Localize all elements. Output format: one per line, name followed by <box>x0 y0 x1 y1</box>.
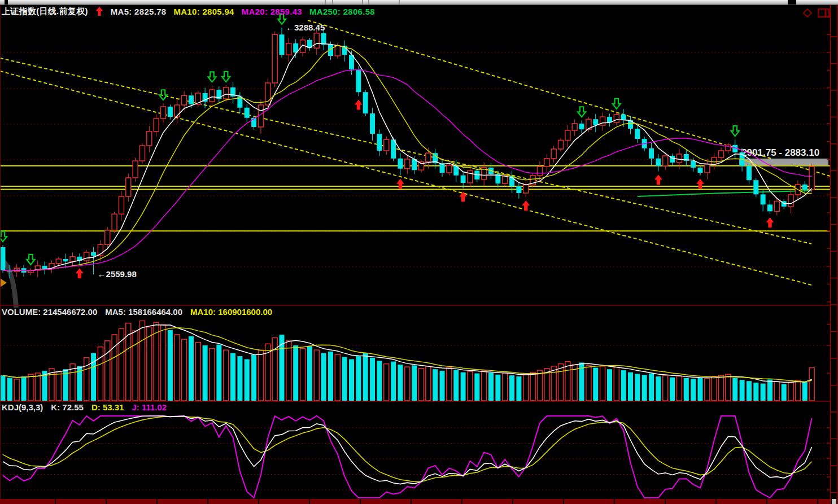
buy-signal-arrow <box>76 268 84 278</box>
sell-signal-arrow <box>27 255 34 265</box>
volume-ma5-value: MA5: 158166464.00 <box>105 307 182 317</box>
sell-signal-arrow <box>208 72 216 82</box>
kdj-pane-header: KDJ(9,3,3) K: 72.55 D: 53.31 J: 111.02 <box>2 402 167 412</box>
diamond-icon[interactable] <box>802 7 813 19</box>
date-axis-strip <box>0 499 830 504</box>
kdj-k-line <box>3 416 812 484</box>
sell-signal-arrow <box>731 126 739 136</box>
scroll-corner-thumb <box>832 499 836 504</box>
ma250-value: MA250: 2806.58 <box>309 7 375 16</box>
date-axis-bar <box>0 499 836 504</box>
ma250-line <box>638 191 812 196</box>
pane-control-icons <box>802 7 830 19</box>
sell-signal-arrow <box>0 231 7 242</box>
volume-pane-header: VOLUME: 214546672.00 MA5: 158166464.00 M… <box>2 306 272 317</box>
buy-signal-arrow <box>696 179 704 189</box>
ma5-value: MA5: 2825.78 <box>111 7 167 16</box>
instrument-title: 上证指数(日线.前复权) <box>2 6 88 17</box>
sell-signal-arrow <box>159 90 167 100</box>
volume-ma10-value: MA10: 160901600.00 <box>190 307 272 317</box>
price-annotation: ←2559.98 <box>98 269 137 279</box>
kdj-k-value: K: 72.55 <box>51 402 84 412</box>
gap-zone: 2901.75 - 2883.10 <box>739 147 828 165</box>
buy-signal-arrow <box>355 99 363 109</box>
sell-signal-arrow <box>613 99 621 109</box>
sell-signal-arrow <box>222 72 230 82</box>
trendlines <box>0 20 830 285</box>
buy-signal-arrow <box>459 192 467 202</box>
kdj-j-value: J: 111.02 <box>132 402 167 412</box>
chart-canvas[interactable]: 2901.75 - 2883.10←3288.45←2559.98 <box>0 0 838 504</box>
ma10-value: MA10: 2805.94 <box>173 7 234 16</box>
price-pane-header: 上证指数(日线.前复权) MA5: 2825.78 MA10: 2805.94 … <box>2 6 375 16</box>
kdj-d-line <box>3 417 812 482</box>
kdj-d-value: D: 53.31 <box>91 402 124 412</box>
sell-signal-arrow <box>578 107 586 117</box>
frame-lines <box>0 5 837 504</box>
buy-signal-arrow <box>522 200 530 211</box>
ma20-value: MA20: 2859.43 <box>242 7 302 16</box>
up-arrow-icon <box>95 7 103 16</box>
buy-signal-arrow <box>766 217 774 227</box>
kdj-name: KDJ(9,3,3) <box>2 402 43 412</box>
trading-app-window: 上证指数(日线.前复权) MA5: 2825.78 MA10: 2805.94 … <box>0 0 838 504</box>
volume-bars <box>1 321 815 401</box>
price-annotation: ←3288.45 <box>286 23 325 32</box>
buy-signal-arrow <box>396 179 404 189</box>
kdj-j-line <box>3 416 812 498</box>
tile-windows-icon[interactable] <box>818 8 830 18</box>
gap-zone-label: 2901.75 - 2883.10 <box>741 147 819 158</box>
buy-signal-arrow <box>654 175 662 185</box>
volume-value: VOLUME: 214546672.00 <box>2 307 97 317</box>
